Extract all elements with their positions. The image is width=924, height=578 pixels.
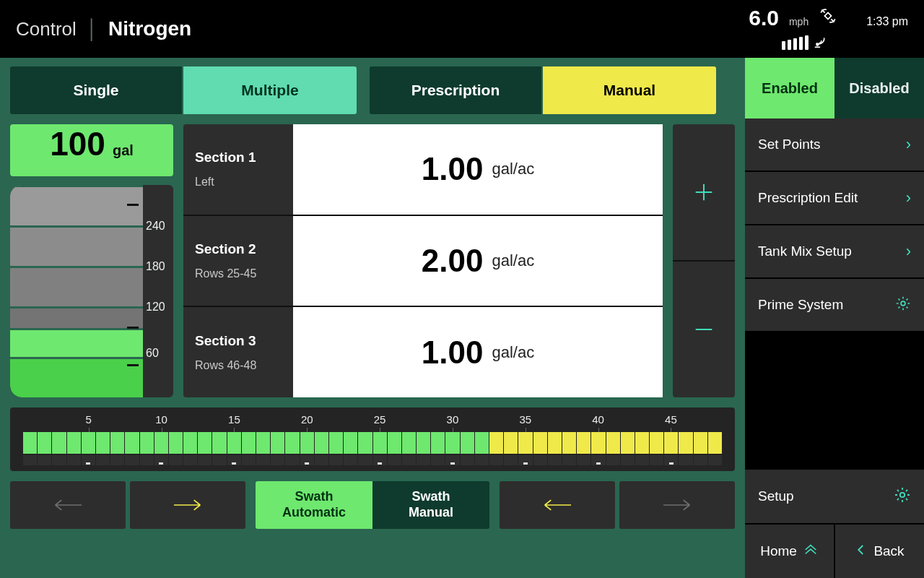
rate-decrease-button[interactable] (673, 262, 735, 397)
row-segment[interactable] (140, 432, 154, 454)
row-segment[interactable] (256, 432, 270, 454)
rows-scale-tick: 40 (592, 413, 604, 426)
section-row-3[interactable]: Section 3 Rows 46-48 1.00 gal/ac (183, 307, 663, 397)
row-segment[interactable] (169, 432, 183, 454)
row-segment[interactable] (67, 432, 81, 454)
row-segment[interactable] (329, 432, 343, 454)
row-segment-thin (227, 455, 241, 465)
row-segment-thin (461, 455, 474, 465)
row-segment[interactable] (694, 432, 707, 454)
home-icon (803, 542, 819, 561)
row-segment[interactable] (533, 432, 547, 454)
side-item-prescription-edit[interactable]: Prescription Edit › (745, 172, 924, 225)
row-segment-thin (621, 455, 635, 465)
row-segment[interactable] (548, 432, 562, 454)
row-segment[interactable] (445, 432, 459, 454)
section-shift-left-button[interactable] (10, 481, 126, 529)
disabled-button[interactable]: Disabled (834, 58, 924, 118)
chevron-right-icon: › (906, 189, 911, 207)
row-segment[interactable] (518, 432, 532, 454)
row-segment[interactable] (242, 432, 256, 454)
tab-multiple[interactable]: Multiple (183, 66, 357, 114)
row-segment[interactable] (82, 432, 95, 454)
row-segment[interactable] (679, 432, 692, 454)
row-segment[interactable] (650, 432, 663, 454)
row-segment[interactable] (198, 432, 212, 454)
sections-panel: Section 1 Left 1.00 gal/ac Section 2 Row… (183, 124, 663, 397)
row-segment[interactable] (38, 432, 51, 454)
speed-unit: mph (789, 16, 808, 27)
row-segment-thin (694, 455, 707, 465)
tab-prescription[interactable]: Prescription (370, 66, 543, 114)
row-segment[interactable] (489, 432, 503, 454)
row-segment[interactable] (344, 432, 357, 454)
row-segment-thin (242, 455, 256, 465)
row-segment[interactable] (227, 432, 241, 454)
row-segment-thin (708, 455, 722, 465)
row-segment[interactable] (475, 432, 489, 454)
rate-increase-button[interactable] (673, 124, 735, 262)
row-segment[interactable] (358, 432, 372, 454)
row-segment[interactable] (271, 432, 284, 454)
section-shift-right-button[interactable] (130, 481, 245, 529)
row-segment[interactable] (300, 432, 314, 454)
side-item-set-points[interactable]: Set Points › (745, 118, 924, 172)
enabled-button[interactable]: Enabled (745, 58, 834, 118)
row-shift-left-button[interactable] (500, 481, 615, 529)
row-segment[interactable] (635, 432, 649, 454)
row-segment[interactable] (708, 432, 722, 454)
row-segment[interactable] (431, 432, 445, 454)
row-segment[interactable] (315, 432, 328, 454)
tab-manual[interactable]: Manual (543, 66, 716, 114)
tab-single[interactable]: Single (10, 66, 183, 114)
row-segment[interactable] (52, 432, 66, 454)
back-label: Back (873, 543, 904, 559)
row-segment[interactable] (606, 432, 620, 454)
row-segment[interactable] (110, 432, 124, 454)
row-segment-thin (169, 455, 183, 465)
row-segment[interactable] (417, 432, 430, 454)
row-segment[interactable] (96, 432, 110, 454)
section-3-sub: Rows 46-48 (195, 359, 282, 372)
row-segment[interactable] (183, 432, 197, 454)
home-button[interactable]: Home (745, 525, 835, 578)
row-segment[interactable] (621, 432, 635, 454)
row-segment[interactable] (154, 432, 168, 454)
section-2-sub: Rows 25-45 (195, 267, 282, 280)
row-segment[interactable] (562, 432, 576, 454)
tank-quantity[interactable]: 100 gal (10, 124, 173, 176)
row-segment-thin (548, 455, 562, 465)
tank-gauge: 240 180 120 60 (10, 185, 173, 397)
row-segment-thin (489, 455, 503, 465)
row-segment[interactable] (285, 432, 299, 454)
row-segment[interactable] (212, 432, 226, 454)
section-2-unit: gal/ac (492, 251, 534, 270)
row-segment-thin (110, 455, 124, 465)
back-button[interactable]: Back (835, 525, 924, 578)
row-segment[interactable] (577, 432, 590, 454)
row-shift-right-button[interactable] (619, 481, 735, 529)
row-segment[interactable] (461, 432, 474, 454)
row-segment[interactable] (504, 432, 518, 454)
row-segment[interactable] (373, 432, 387, 454)
product-name: Nitrogen (108, 17, 191, 40)
swath-manual-button[interactable]: Swath Manual (372, 481, 489, 529)
swath-automatic-button[interactable]: Swath Automatic (256, 481, 372, 529)
section-row-1[interactable]: Section 1 Left 1.00 gal/ac (183, 124, 663, 216)
row-segment[interactable] (23, 432, 37, 454)
side-item-tank-mix-setup[interactable]: Tank Mix Setup › (745, 225, 924, 279)
rows-scale-tick: 15 (228, 413, 240, 426)
signal-bars-icon (782, 35, 808, 50)
row-segment[interactable] (402, 432, 416, 454)
home-label: Home (760, 543, 797, 559)
side-item-prime-system[interactable]: Prime System (745, 279, 924, 332)
row-segment[interactable] (388, 432, 401, 454)
tank-quantity-unit: gal (113, 142, 134, 159)
clock: 1:33 pm (866, 15, 908, 28)
row-segment[interactable] (125, 432, 139, 454)
section-row-2[interactable]: Section 2 Rows 25-45 2.00 gal/ac (183, 216, 663, 308)
row-segment[interactable] (591, 432, 605, 454)
row-segment[interactable] (664, 432, 678, 454)
setup-button[interactable]: Setup (745, 470, 924, 523)
row-segment-thin (475, 455, 489, 465)
